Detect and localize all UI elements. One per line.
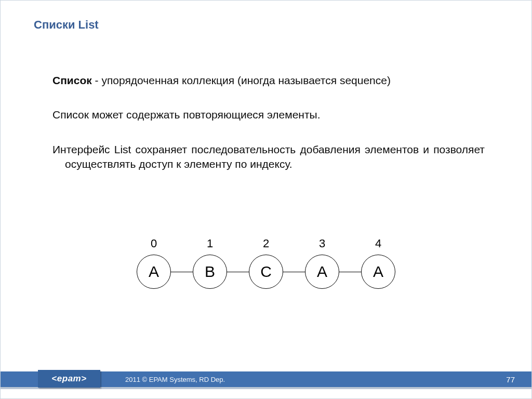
list-diagram: 0 A 1 B 2 C 3 A 4 A (1, 237, 531, 289)
node-index: 4 (375, 237, 381, 250)
node-connector (339, 272, 361, 272)
node-value: A (361, 255, 395, 289)
node-connector (227, 272, 249, 272)
node-value: B (193, 255, 227, 289)
paragraph-2: Список может содержать повторяющиеся эле… (52, 108, 485, 122)
footer-copyright: 2011 © EPAM Systems, RD Dep. (125, 376, 225, 383)
p1-rest: - упорядоченная коллекция (иногда называ… (92, 74, 391, 86)
node-connector (283, 272, 305, 272)
list-node: 0 A (137, 237, 171, 289)
list-node: 4 A (361, 237, 395, 289)
epam-logo: <epam> (38, 370, 100, 388)
node-connector (171, 272, 193, 272)
node-index: 2 (263, 237, 269, 250)
node-value: A (137, 255, 171, 289)
slide-title: Списки List (34, 18, 99, 32)
slide-body: Список - упорядоченная коллекция (иногда… (52, 73, 485, 191)
node-value: C (249, 255, 283, 289)
node-value: A (305, 255, 339, 289)
list-node: 3 A (305, 237, 339, 289)
slide: Списки List Список - упорядоченная колле… (0, 0, 532, 399)
node-index: 1 (207, 237, 213, 250)
footer-bar: <epam> 2011 © EPAM Systems, RD Dep. 77 (1, 371, 531, 387)
paragraph-1: Список - упорядоченная коллекция (иногда… (52, 73, 485, 88)
paragraph-3: Интерфейс List сохраняет последовательно… (52, 142, 485, 172)
list-node: 2 C (249, 237, 283, 289)
p1-bold: Список (52, 74, 92, 86)
node-index: 0 (151, 237, 157, 250)
page-number: 77 (506, 375, 515, 384)
node-chain: 0 A 1 B 2 C 3 A 4 A (137, 237, 395, 289)
list-node: 1 B (193, 237, 227, 289)
node-index: 3 (319, 237, 325, 250)
